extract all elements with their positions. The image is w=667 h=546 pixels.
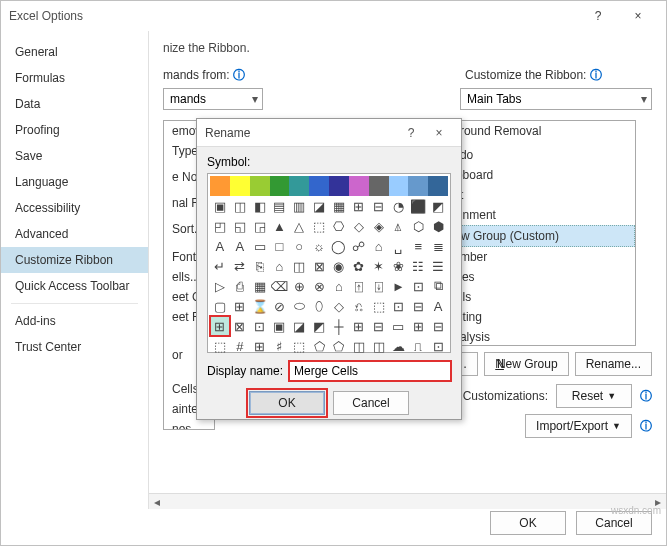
symbol-cell[interactable]: ⎍ <box>408 336 428 356</box>
symbol-cell[interactable]: ▦ <box>329 196 349 216</box>
symbol-cell[interactable]: ⊞ <box>349 196 369 216</box>
symbol-cell[interactable]: ▣ <box>210 196 230 216</box>
symbol-color-swatch[interactable] <box>210 176 230 196</box>
tree-item[interactable]: ground Removal <box>445 121 635 141</box>
sidebar-item-trust-center[interactable]: Trust Center <box>1 334 148 360</box>
sidebar-item-proofing[interactable]: Proofing <box>1 117 148 143</box>
symbol-cell[interactable]: ✿ <box>349 256 369 276</box>
symbol-cell[interactable]: ◉ <box>329 256 349 276</box>
symbol-cell[interactable]: ⬭ <box>289 296 309 316</box>
symbol-cell[interactable]: ◫ <box>230 196 250 216</box>
sidebar-item-save[interactable]: Save <box>1 143 148 169</box>
symbol-color-swatch[interactable] <box>389 176 409 196</box>
symbol-cell[interactable]: ⬚ <box>289 336 309 356</box>
tree-item[interactable]: nalysis <box>445 327 635 346</box>
ribbon-tree[interactable]: ground Removal ndo ipboard nt ignment ew… <box>444 120 636 346</box>
display-name-input[interactable] <box>289 361 451 381</box>
close-button[interactable]: × <box>618 2 658 30</box>
symbol-cell[interactable]: ◩ <box>428 196 448 216</box>
symbol-cell[interactable]: □ <box>270 236 290 256</box>
symbol-color-swatch[interactable] <box>349 176 369 196</box>
symbol-cell[interactable]: ⊗ <box>309 276 329 296</box>
dialog-ok-button[interactable]: OK <box>249 391 325 415</box>
symbol-cell[interactable]: ○ <box>289 236 309 256</box>
symbol-cell[interactable]: A <box>210 236 230 256</box>
symbol-cell[interactable]: ◰ <box>210 216 230 236</box>
symbol-cell[interactable]: ◪ <box>309 196 329 216</box>
symbol-cell[interactable]: ⊕ <box>289 276 309 296</box>
symbol-cell[interactable]: ▣ <box>270 316 290 336</box>
tree-item[interactable]: ndo <box>445 145 635 165</box>
symbol-cell[interactable]: ⊡ <box>408 276 428 296</box>
symbol-color-swatch[interactable] <box>270 176 290 196</box>
symbol-cell[interactable]: ⎘ <box>250 256 270 276</box>
symbol-cell[interactable]: ◫ <box>349 336 369 356</box>
symbol-cell[interactable]: ⎌ <box>349 296 369 316</box>
symbol-cell[interactable]: ⎙ <box>230 276 250 296</box>
symbol-cell[interactable]: ⌂ <box>329 276 349 296</box>
tree-item[interactable]: ipboard <box>445 165 635 185</box>
symbol-cell[interactable]: ⬚ <box>210 336 230 356</box>
symbol-cell[interactable]: ◩ <box>309 316 329 336</box>
symbol-cell[interactable]: ◇ <box>349 216 369 236</box>
commands-from-combo[interactable]: mands▾ <box>163 88 263 110</box>
sidebar-item-data[interactable]: Data <box>1 91 148 117</box>
symbol-cell[interactable]: ► <box>389 276 409 296</box>
symbol-cell[interactable]: ⊟ <box>408 296 428 316</box>
symbol-cell[interactable]: ⊟ <box>369 196 389 216</box>
info-icon[interactable]: ⓘ <box>590 68 602 82</box>
symbol-cell[interactable]: ☼ <box>309 236 329 256</box>
symbol-cell[interactable]: ⊞ <box>349 316 369 336</box>
symbol-cell[interactable]: A <box>428 296 448 316</box>
symbol-cell[interactable]: ⊞ <box>250 336 270 356</box>
symbol-cell[interactable]: ⇄ <box>230 256 250 276</box>
reset-button[interactable]: Reset▼ <box>556 384 632 408</box>
dialog-cancel-button[interactable]: Cancel <box>333 391 409 415</box>
symbol-cell[interactable]: ☍ <box>349 236 369 256</box>
tree-item[interactable]: ells <box>445 287 635 307</box>
symbol-cell[interactable]: ⍗ <box>369 276 389 296</box>
symbol-cell[interactable]: ⊠ <box>309 256 329 276</box>
tree-item[interactable]: yles <box>445 267 635 287</box>
scroll-left-icon[interactable]: ◂ <box>149 495 165 509</box>
symbol-cell[interactable]: ◇ <box>329 296 349 316</box>
import-export-button[interactable]: Import/Export▼ <box>525 414 632 438</box>
symbol-cell[interactable]: ⊞ <box>408 316 428 336</box>
symbol-cell[interactable]: ⬡ <box>408 216 428 236</box>
symbol-cell[interactable]: ⎔ <box>329 216 349 236</box>
dialog-close-button[interactable]: × <box>425 126 453 140</box>
help-button[interactable]: ? <box>578 2 618 30</box>
symbol-cell[interactable]: ◲ <box>250 216 270 236</box>
symbol-cell[interactable]: ┼ <box>329 316 349 336</box>
symbol-cell[interactable]: ◧ <box>250 196 270 216</box>
symbol-cell[interactable]: ▦ <box>250 276 270 296</box>
symbol-cell[interactable]: ◯ <box>329 236 349 256</box>
symbol-color-swatch[interactable] <box>428 176 448 196</box>
symbol-cell[interactable]: ▢ <box>210 296 230 316</box>
info-icon[interactable]: ⓘ <box>233 68 245 82</box>
symbol-cell[interactable]: ▤ <box>270 196 290 216</box>
symbol-cell[interactable]: ↵ <box>210 256 230 276</box>
tree-item[interactable]: nt <box>445 185 635 205</box>
symbol-cell[interactable]: ☁ <box>389 336 409 356</box>
symbol-cell[interactable]: ◱ <box>230 216 250 236</box>
symbol-cell[interactable]: ⊠ <box>230 316 250 336</box>
new-group-button[interactable]: NNew Group <box>484 352 568 376</box>
symbol-cell[interactable]: ⊟ <box>369 316 389 336</box>
sidebar-item-formulas[interactable]: Formulas <box>1 65 148 91</box>
symbol-cell[interactable]: ☷ <box>408 256 428 276</box>
symbol-color-swatch[interactable] <box>250 176 270 196</box>
symbol-cell[interactable]: ⬢ <box>428 216 448 236</box>
symbol-cell[interactable]: ⌫ <box>270 276 290 296</box>
symbol-cell[interactable]: ⬛ <box>408 196 428 216</box>
symbol-cell[interactable]: ♯ <box>270 336 290 356</box>
sidebar-item-language[interactable]: Language <box>1 169 148 195</box>
symbol-cell[interactable]: ≡ <box>408 236 428 256</box>
symbol-cell[interactable]: ⊡ <box>428 336 448 356</box>
symbol-cell[interactable]: ⬚ <box>369 296 389 316</box>
symbol-cell[interactable]: ⊟ <box>428 316 448 336</box>
rename-button[interactable]: Rename... <box>575 352 652 376</box>
symbol-cell[interactable]: ⊡ <box>389 296 409 316</box>
symbol-cell[interactable]: ⍋ <box>389 216 409 236</box>
symbol-cell[interactable]: ␣ <box>389 236 409 256</box>
